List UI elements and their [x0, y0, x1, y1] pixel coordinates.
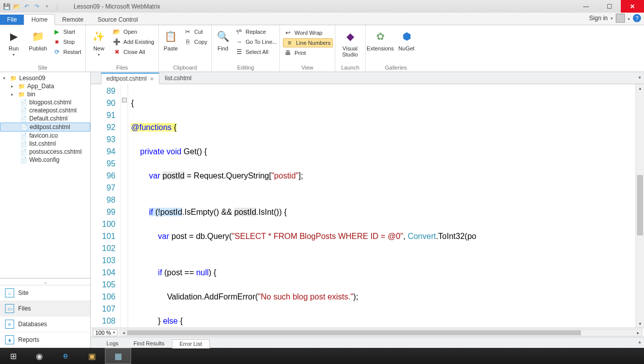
nav-reports[interactable]: ∎Reports	[0, 332, 90, 348]
tab-remote[interactable]: Remote	[55, 15, 90, 25]
goto-line-button[interactable]: →Go To Line...	[234, 37, 278, 46]
tree-file[interactable]: 📄list.cshtml	[0, 140, 90, 148]
line-numbers-button[interactable]: ≡Line Numbers	[283, 38, 333, 47]
tab-source-control[interactable]: Source Control	[90, 15, 145, 25]
close-button[interactable]: ✕	[621, 0, 644, 13]
tree-file[interactable]: 📄Default.cshtml	[0, 114, 90, 123]
nuget-button[interactable]: ⬢NuGet	[395, 26, 418, 51]
tab-error-list[interactable]: Error List	[172, 339, 210, 348]
tab-overflow-icon[interactable]: ▾	[638, 75, 641, 80]
file-icon: 📄	[20, 156, 27, 163]
paste-button[interactable]: 📋Paste	[162, 26, 180, 51]
run-button[interactable]: ▶Run▾	[3, 26, 24, 57]
scroll-right-icon[interactable]: ▸	[634, 330, 641, 336]
editor-tab-active[interactable]: editpost.cshtml✕	[101, 73, 159, 84]
group-label-galleries: Galleries	[369, 65, 423, 72]
nav-files[interactable]: ▭Files	[0, 301, 90, 317]
nuget-icon: ⬢	[398, 28, 415, 44]
file-icon: 📄	[20, 99, 27, 106]
start-icon: ▶	[53, 28, 61, 36]
bottom-tabs: Logs Find Results Error List ▴	[91, 337, 644, 348]
nav-databases[interactable]: ≡Databases	[0, 317, 90, 332]
tree-file[interactable]: 📄Web.config	[0, 156, 90, 164]
tree-folder[interactable]: ▸📁App_Data	[0, 82, 90, 90]
tree-file[interactable]: 📄postsuccess.cshtml	[0, 148, 90, 156]
scroll-thumb[interactable]	[637, 175, 643, 235]
nav-site[interactable]: ⌂Site	[0, 285, 90, 301]
taskbar: ⊞ ◉ e ▣ ▦	[0, 348, 644, 364]
stop-button[interactable]: ■Stop	[52, 37, 82, 46]
file-icon: 📄	[20, 132, 27, 139]
select-all-button[interactable]: ☰Select All	[234, 47, 278, 56]
window-title: Lesson09 - Microsoft WebMatrix	[74, 3, 160, 10]
code-editor[interactable]: 8990919293949596979899100101102103104105…	[91, 84, 644, 328]
maximize-button[interactable]: ☐	[598, 0, 621, 13]
taskbar-ie-icon[interactable]: e	[52, 348, 79, 364]
signin-dropdown-icon[interactable]: ▾	[611, 16, 613, 21]
file-icon: 📄	[21, 124, 28, 131]
horizontal-scrollbar[interactable]: ◂ ▸	[120, 329, 642, 336]
add-existing-button[interactable]: ➕Add Existing	[112, 37, 155, 46]
ribbon-collapse-icon[interactable]: ▴	[628, 16, 630, 21]
taskbar-webmatrix-icon[interactable]: ▦	[105, 348, 131, 364]
tab-close-icon[interactable]: ✕	[150, 76, 154, 82]
publish-button[interactable]: 📁Publish	[27, 26, 48, 51]
publish-icon: 📁	[30, 28, 46, 44]
qat-undo-icon[interactable]: ↶	[23, 3, 30, 10]
tree-file-selected[interactable]: 📄editpost.cshtml	[0, 123, 90, 132]
play-icon: ▶	[6, 28, 22, 44]
scroll-up-icon[interactable]: ▴	[636, 84, 644, 92]
tab-file[interactable]: File	[0, 15, 24, 25]
group-label-site: Site	[3, 65, 82, 72]
scroll-left-icon[interactable]: ◂	[120, 330, 127, 336]
open-button[interactable]: 📂Open	[112, 27, 155, 36]
print-button[interactable]: 🖶Print	[283, 48, 333, 57]
avatar[interactable]	[616, 14, 625, 23]
visual-studio-button[interactable]: ◆Visual Studio	[338, 26, 362, 57]
zoom-selector[interactable]: 100 %▾	[93, 329, 118, 336]
file-icon: 📄	[20, 148, 27, 155]
word-wrap-button[interactable]: ↩Word Wrap	[283, 28, 333, 37]
extensions-button[interactable]: ✿Extensions	[369, 26, 392, 51]
minimize-button[interactable]: —	[574, 0, 598, 13]
start-button[interactable]: ▶Start	[52, 27, 82, 36]
help-icon[interactable]: ?	[633, 14, 641, 22]
tab-find-results[interactable]: Find Results	[126, 339, 172, 348]
new-button[interactable]: ✨New▾	[89, 26, 109, 57]
close-all-button[interactable]: ✖Close All	[112, 47, 155, 56]
code-content[interactable]: { @functions { private void Get() { var …	[128, 84, 635, 328]
tree-file[interactable]: 📄favicon.ico	[0, 132, 90, 140]
qat-redo-icon[interactable]: ↷	[33, 3, 40, 10]
copy-button[interactable]: ⎘Copy	[183, 37, 208, 46]
find-button[interactable]: 🔍Find	[215, 26, 231, 51]
scroll-down-icon[interactable]: ▾	[636, 320, 644, 328]
add-icon: ➕	[113, 38, 121, 46]
taskbar-chrome-icon[interactable]: ◉	[26, 348, 52, 364]
qat-save-icon[interactable]: 💾	[3, 3, 10, 10]
tree-folder[interactable]: ▸📁bin	[0, 90, 90, 98]
tab-home[interactable]: Home	[24, 14, 55, 25]
file-icon: 📄	[20, 107, 27, 114]
fold-column[interactable]: −	[121, 84, 128, 328]
editor-tab[interactable]: list.cshtml	[159, 72, 197, 84]
signin-link[interactable]: Sign in	[589, 15, 608, 22]
vertical-scrollbar[interactable]: ▴ ▾	[635, 84, 644, 328]
databases-icon: ≡	[5, 320, 14, 329]
folder-icon: 📁	[18, 91, 25, 98]
taskbar-explorer-icon[interactable]: ▣	[79, 348, 105, 364]
qat-dropdown-icon[interactable]: ▾	[43, 3, 50, 10]
qat-open-icon[interactable]: 📂	[13, 3, 20, 10]
tree-collapse-handle[interactable]: ⌄	[0, 278, 90, 285]
replace-button[interactable]: ᵃ⁄ᵇReplace	[234, 27, 278, 36]
panel-expand-icon[interactable]: ▴	[638, 339, 641, 344]
tree-file[interactable]: 📄blogpost.cshtml	[0, 98, 90, 106]
scroll-thumb[interactable]	[127, 330, 581, 335]
tree-file[interactable]: 📄createpost.cshtml	[0, 106, 90, 114]
cut-button[interactable]: ✂Cut	[183, 27, 208, 36]
restart-button[interactable]: ⟳Restart	[52, 47, 82, 56]
taskbar-start-icon[interactable]: ⊞	[0, 348, 26, 364]
replace-icon: ᵃ⁄ᵇ	[235, 28, 243, 36]
tab-logs[interactable]: Logs	[99, 339, 126, 348]
fold-toggle-icon[interactable]: −	[122, 98, 127, 102]
tree-root[interactable]: ▾📁Lesson09	[0, 74, 90, 82]
